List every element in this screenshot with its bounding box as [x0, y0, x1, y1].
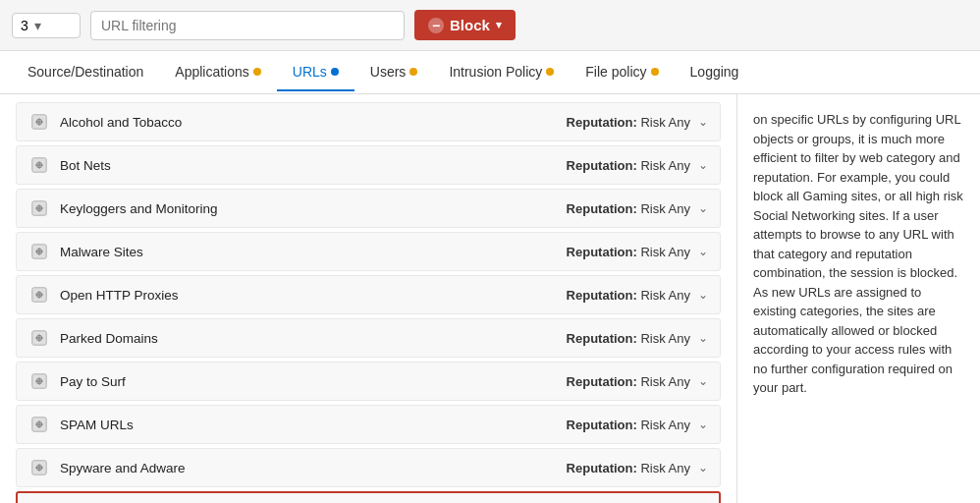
tab-urls[interactable]: URLs: [277, 54, 354, 91]
category-reputation: Reputation: Risk Any: [567, 374, 690, 389]
list-item-expand-icon[interactable]: ⌄: [698, 418, 708, 431]
description-text: on specific URLs by configuring URL obje…: [753, 112, 963, 395]
category-name: Keyloggers and Monitoring: [60, 201, 567, 216]
category-icon: [28, 284, 50, 306]
tab-applications[interactable]: Applications: [159, 54, 277, 91]
list-item-expand-icon[interactable]: ⌄: [698, 374, 708, 388]
category-name: SPAM URLs: [60, 418, 567, 432]
block-chevron-icon: ▾: [496, 19, 502, 31]
reputation-value: Risk Any: [640, 115, 690, 130]
list-item[interactable]: Pay to Surf Reputation: Risk Any ⌄: [16, 362, 721, 401]
category-reputation: Reputation: Risk Any: [567, 115, 690, 130]
rule-number-selector[interactable]: 3 ▾: [12, 13, 81, 38]
tab-users-badge: [409, 68, 417, 76]
tab-source-destination[interactable]: Source/Destination: [12, 54, 159, 91]
reputation-label: Reputation:: [567, 288, 637, 303]
list-item[interactable]: Bot Nets Reputation: Risk Any ⌄: [16, 145, 721, 185]
reputation-value: Risk Any: [640, 201, 690, 216]
reputation-label: Reputation:: [567, 245, 637, 259]
list-item[interactable]: Alcohol and Tobacco Reputation: Risk Any…: [16, 102, 721, 141]
category-reputation: Reputation: Risk Any: [567, 461, 690, 475]
category-icon: [28, 241, 50, 262]
list-item-expand-icon[interactable]: ⌄: [698, 158, 708, 172]
tab-users-label: Users: [370, 64, 407, 80]
category-reputation: Reputation: Risk Any: [567, 288, 690, 303]
block-button[interactable]: − Block ▾: [414, 10, 516, 40]
main-content: Alcohol and Tobacco Reputation: Risk Any…: [0, 94, 980, 503]
reputation-value: Risk Any: [640, 158, 690, 173]
category-name: Pay to Surf: [60, 374, 567, 389]
search-input[interactable]: [90, 11, 405, 40]
list-item[interactable]: Parked Domains Reputation: Risk Any ⌄: [16, 318, 721, 358]
block-label: Block: [450, 17, 490, 33]
tab-file-policy[interactable]: File policy: [570, 54, 674, 91]
category-icon: [28, 414, 50, 435]
header-bar: 3 ▾ − Block ▾: [0, 0, 980, 51]
tab-source-destination-label: Source/Destination: [27, 64, 143, 80]
reputation-value: Risk Any: [640, 374, 690, 389]
category-icon: [28, 327, 50, 349]
tab-intrusion-policy-badge: [546, 68, 554, 76]
reputation-value: Risk Any: [640, 418, 690, 432]
url-list-panel[interactable]: Alcohol and Tobacco Reputation: Risk Any…: [0, 94, 736, 503]
category-reputation: Reputation: Risk Any: [567, 158, 690, 173]
reputation-value: Risk Any: [640, 288, 690, 303]
category-name: Parked Domains: [60, 331, 567, 346]
list-item[interactable]: Open HTTP Proxies Reputation: Risk Any ⌄: [16, 275, 721, 314]
list-item[interactable]: Malware Sites Reputation: Risk Any ⌄: [16, 232, 721, 271]
category-icon: [28, 370, 50, 392]
reputation-value: Risk Any: [640, 245, 690, 259]
category-name: Alcohol and Tobacco: [60, 115, 567, 130]
list-item-expand-icon[interactable]: ⌄: [698, 461, 708, 475]
reputation-label: Reputation:: [567, 158, 637, 173]
reputation-label: Reputation:: [567, 461, 637, 475]
category-reputation: Reputation: Risk Any: [567, 201, 690, 216]
tab-urls-label: URLs: [293, 64, 327, 80]
category-name: Open HTTP Proxies: [60, 288, 567, 303]
reputation-label: Reputation:: [567, 418, 637, 432]
description-panel: on specific URLs by configuring URL obje…: [736, 94, 980, 503]
list-item[interactable]: Spyware and Adware Reputation: Risk Any …: [16, 448, 721, 487]
list-item-expand-icon[interactable]: ⌄: [698, 245, 708, 258]
reputation-label: Reputation:: [567, 201, 637, 216]
list-item-expand-icon[interactable]: ⌄: [698, 331, 708, 345]
tab-intrusion-policy-label: Intrusion Policy: [449, 64, 542, 80]
category-reputation: Reputation: Risk Any: [567, 245, 690, 259]
tab-applications-badge: [253, 68, 261, 76]
list-item[interactable]: SPAM URLs Reputation: Risk Any ⌄: [16, 405, 721, 444]
list-item[interactable]: Keyloggers and Monitoring Reputation: Ri…: [16, 189, 721, 228]
tab-logging[interactable]: Logging: [675, 54, 755, 91]
category-name: Malware Sites: [60, 245, 567, 259]
category-icon: [28, 154, 50, 176]
list-item-expand-icon[interactable]: ⌄: [698, 115, 708, 129]
tab-file-policy-badge: [651, 68, 659, 76]
category-icon: [28, 197, 50, 219]
rule-number-value: 3: [21, 18, 28, 33]
reputation-value: Risk Any: [640, 461, 690, 475]
list-item[interactable]: Uncategorized Reputation: Suspiciou... ⌄: [16, 491, 721, 503]
rule-number-chevron-icon: ▾: [34, 18, 41, 33]
category-icon: [28, 111, 50, 133]
reputation-value: Risk Any: [640, 331, 690, 346]
category-icon: [28, 457, 50, 478]
tab-urls-badge: [331, 68, 339, 76]
reputation-label: Reputation:: [567, 374, 637, 389]
tab-intrusion-policy[interactable]: Intrusion Policy: [433, 54, 570, 91]
tab-users[interactable]: Users: [354, 54, 434, 91]
category-reputation: Reputation: Risk Any: [567, 418, 690, 432]
tabs-bar: Source/Destination Applications URLs Use…: [0, 51, 980, 94]
tab-applications-label: Applications: [175, 64, 249, 80]
category-reputation: Reputation: Risk Any: [567, 331, 690, 346]
category-name: Bot Nets: [60, 158, 567, 173]
list-item-expand-icon[interactable]: ⌄: [698, 288, 708, 302]
reputation-label: Reputation:: [567, 115, 637, 130]
tab-file-policy-label: File policy: [585, 64, 646, 80]
reputation-label: Reputation:: [567, 331, 637, 346]
tab-logging-label: Logging: [690, 64, 739, 80]
minus-icon: −: [428, 18, 444, 33]
list-item-expand-icon[interactable]: ⌄: [698, 201, 708, 215]
category-name: Spyware and Adware: [60, 461, 567, 475]
